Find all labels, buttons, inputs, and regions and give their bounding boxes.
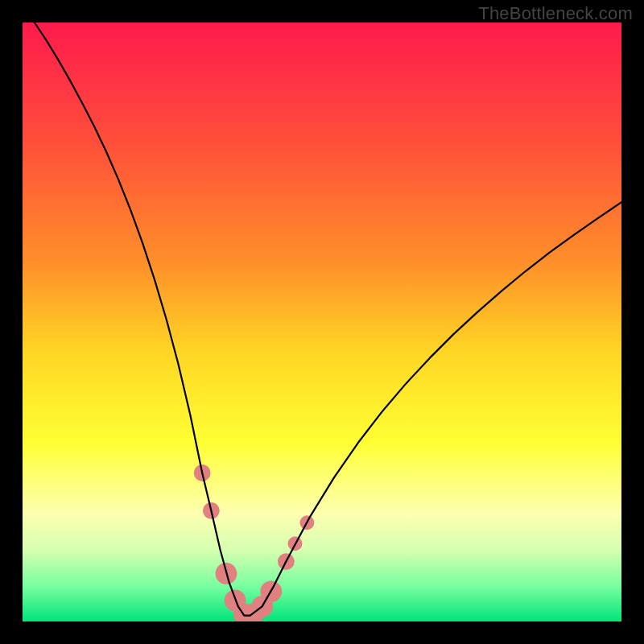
plot-area [23,23,621,621]
gradient-background [23,23,621,621]
chart-frame: TheBottleneck.com [0,0,644,644]
chart-svg [23,23,621,621]
watermark-text: TheBottleneck.com [478,3,633,24]
